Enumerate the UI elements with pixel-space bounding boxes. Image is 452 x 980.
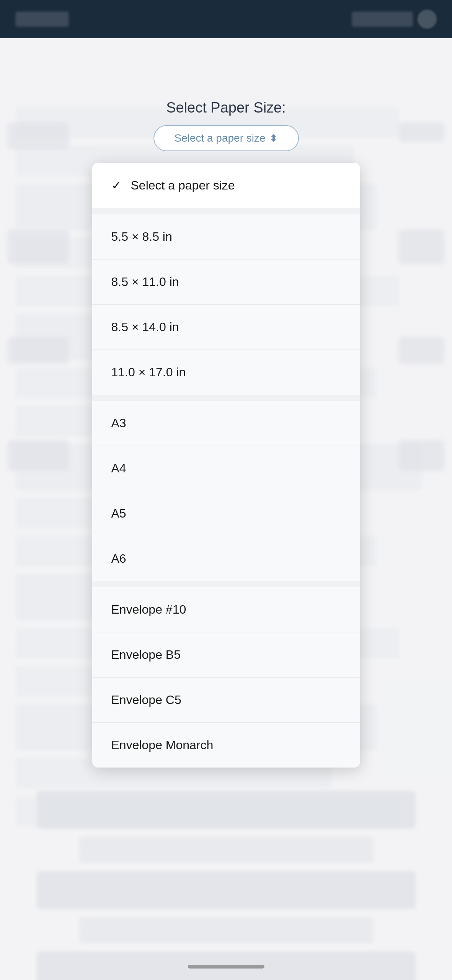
header-avatar (418, 10, 437, 29)
dropdown-item-envelope-b5[interactable]: Envelope B5 (92, 632, 360, 678)
paper-size-section: Select Paper Size: Select a paper size ⬍ (153, 100, 299, 151)
dropdown-item-a3[interactable]: A3 (92, 401, 360, 446)
item-label-envelope-monarch: Envelope Monarch (111, 738, 214, 752)
main-content: Select Paper Size: Select a paper size ⬍… (0, 38, 452, 980)
home-indicator (188, 965, 264, 969)
dropdown-group-iso: A3 A4 A5 A6 (92, 401, 360, 581)
paper-size-dropdown[interactable]: Select a paper size 5.5 × 8.5 in 8.5 × 1… (92, 163, 360, 768)
dropdown-group-envelopes: Envelope #10 Envelope B5 Envelope C5 Env… (92, 587, 360, 768)
item-label-8-5x14: 8.5 × 14.0 in (111, 320, 179, 334)
page-title: Select Paper Size: (166, 100, 286, 116)
item-label-a4: A4 (111, 461, 126, 475)
app-header (0, 0, 452, 38)
dropdown-item-11x17[interactable]: 11.0 × 17.0 in (92, 350, 360, 395)
item-label-11x17: 11.0 × 17.0 in (111, 365, 186, 379)
header-logo (15, 11, 69, 27)
item-label-envelope-10: Envelope #10 (111, 603, 186, 617)
item-label-a5: A5 (111, 506, 126, 521)
group-divider-2 (92, 395, 360, 401)
header-right (352, 10, 437, 29)
group-divider-1 (92, 208, 360, 214)
dropdown-item-a4[interactable]: A4 (92, 446, 360, 491)
dropdown-item-a6[interactable]: A6 (92, 536, 360, 581)
dropdown-selected-label: Select a paper size (131, 178, 235, 193)
dropdown-item-5-5x8-5[interactable]: 5.5 × 8.5 in (92, 214, 360, 260)
item-label-a6: A6 (111, 552, 126, 566)
item-label-envelope-b5: Envelope B5 (111, 648, 181, 662)
dropdown-item-8-5x14[interactable]: 8.5 × 14.0 in (92, 305, 360, 350)
dropdown-item-selected[interactable]: Select a paper size (92, 163, 360, 208)
dropdown-item-8-5x11[interactable]: 8.5 × 11.0 in (92, 260, 360, 305)
dropdown-item-envelope-10[interactable]: Envelope #10 (92, 587, 360, 632)
item-label-5-5x8-5: 5.5 × 8.5 in (111, 230, 172, 244)
item-label-8-5x11: 8.5 × 11.0 in (111, 275, 179, 289)
item-label-a3: A3 (111, 416, 126, 430)
group-divider-3 (92, 581, 360, 587)
foreground-content: Select Paper Size: Select a paper size ⬍… (15, 61, 437, 980)
item-label-envelope-c5: Envelope C5 (111, 693, 181, 707)
paper-size-select-button[interactable]: Select a paper size ⬍ (153, 125, 299, 151)
select-button-label: Select a paper size (174, 132, 265, 144)
dropdown-item-envelope-c5[interactable]: Envelope C5 (92, 678, 360, 723)
header-user (352, 11, 413, 27)
dropdown-item-envelope-monarch[interactable]: Envelope Monarch (92, 723, 360, 768)
dropdown-group-us: 5.5 × 8.5 in 8.5 × 11.0 in 8.5 × 14.0 in… (92, 214, 360, 395)
select-arrows-icon: ⬍ (269, 132, 278, 144)
dropdown-item-a5[interactable]: A5 (92, 491, 360, 536)
bottom-blurred-section (16, 791, 437, 980)
